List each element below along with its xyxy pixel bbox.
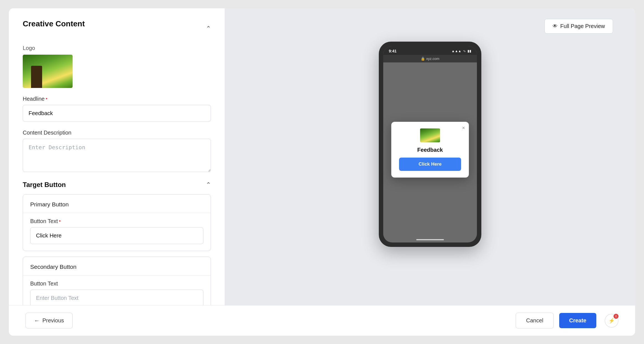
headline-required-dot: •: [46, 96, 47, 102]
headline-field-group: Headline •: [23, 96, 211, 122]
modal-close-button[interactable]: ×: [462, 125, 465, 131]
logo-section: Logo: [23, 45, 211, 88]
primary-button-card: Primary Button Button Text •: [23, 194, 211, 251]
arrow-left-icon: ←: [34, 317, 40, 324]
bottom-right-actions: Cancel Create ⚡ 0: [516, 313, 619, 328]
left-panel: Creative Content ⌃ Logo Headline • Conte…: [9, 8, 225, 336]
battery-icon: ▮▮: [467, 49, 471, 53]
target-button-section-header: Target Button ⌃: [23, 181, 211, 189]
secondary-divider: [23, 275, 211, 275]
target-button-chevron-icon[interactable]: ⌃: [206, 181, 211, 188]
eye-icon: 👁: [553, 23, 558, 29]
notification-badge[interactable]: ⚡ 0: [605, 314, 619, 328]
modal-click-here-button[interactable]: Click Here: [399, 158, 461, 171]
primary-button-title: Primary Button: [30, 201, 203, 208]
notification-count: 0: [614, 314, 619, 319]
create-button[interactable]: Create: [559, 313, 596, 328]
full-page-preview-button[interactable]: 👁 Full Page Preview: [545, 19, 613, 34]
secondary-button-title: Secondary Button: [30, 264, 203, 270]
bottom-bar: ← Previous Cancel Create ⚡ 0: [9, 305, 635, 336]
phone-address-bar: 🔒 xyz.com: [383, 55, 477, 62]
main-container: Creative Content ⌃ Logo Headline • Conte…: [9, 8, 635, 336]
secondary-button-text-label: Button Text: [30, 280, 203, 287]
content-description-label: Content Description: [23, 130, 211, 136]
logo-image[interactable]: [23, 55, 73, 88]
collapse-button[interactable]: ⌃: [206, 25, 211, 32]
phone-status-bar: 9:41 ▲▲▲ ∿ ▮▮: [383, 46, 477, 55]
headline-input[interactable]: [23, 105, 211, 122]
phone-icons: ▲▲▲ ∿ ▮▮: [451, 49, 471, 53]
modal-popup: × Feedback Click Here: [391, 122, 469, 178]
phone-content: × Feedback Click Here: [383, 62, 477, 237]
right-panel: 👁 Full Page Preview 9:41 ▲▲▲ ∿ ▮▮ 🔒 xyz.…: [225, 8, 635, 336]
logo-label: Logo: [23, 45, 211, 51]
logo-tree-decoration: [31, 66, 42, 88]
target-button-label: Target Button: [23, 181, 66, 189]
phone-mockup: 9:41 ▲▲▲ ∿ ▮▮ 🔒 xyz.com ×: [379, 42, 481, 247]
primary-button-required-dot: •: [59, 218, 61, 224]
phone-url: 🔒 xyz.com: [421, 57, 439, 61]
headline-label: Headline •: [23, 96, 211, 102]
primary-divider: [23, 213, 211, 213]
phone-home-indicator: [416, 239, 444, 240]
primary-button-text-input[interactable]: [30, 227, 203, 244]
panel-title: Creative Content: [23, 19, 85, 28]
content-description-input[interactable]: [23, 139, 211, 172]
previous-button[interactable]: ← Previous: [25, 313, 73, 328]
lightning-icon: ⚡: [609, 318, 615, 324]
phone-screen: 9:41 ▲▲▲ ∿ ▮▮ 🔒 xyz.com ×: [383, 46, 477, 242]
secondary-button-text-input[interactable]: [30, 290, 203, 307]
cancel-button[interactable]: Cancel: [516, 313, 553, 328]
primary-button-text-label: Button Text •: [30, 218, 203, 224]
content-description-field-group: Content Description: [23, 130, 211, 173]
modal-headline: Feedback: [399, 147, 461, 153]
logo-image-inner: [23, 55, 73, 88]
signal-icon: ▲▲▲: [451, 49, 461, 53]
modal-logo-image: [420, 128, 440, 142]
wifi-icon: ∿: [463, 49, 466, 53]
phone-time: 9:41: [389, 49, 397, 53]
